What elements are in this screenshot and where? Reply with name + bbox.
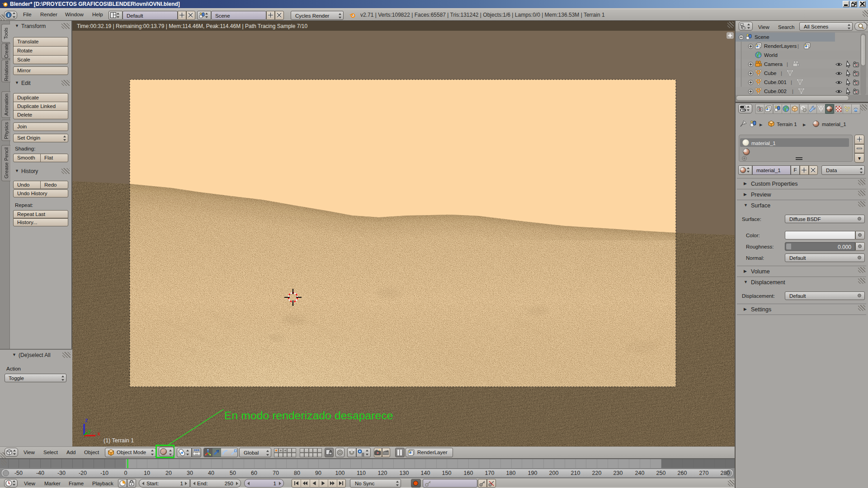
- svg-text:x: x: [97, 430, 100, 437]
- svg-text:z: z: [85, 417, 88, 423]
- svg-text:y: y: [88, 427, 91, 434]
- svg-text:i: i: [8, 13, 9, 18]
- svg-text:(1) Terrain 1: (1) Terrain 1: [104, 437, 134, 444]
